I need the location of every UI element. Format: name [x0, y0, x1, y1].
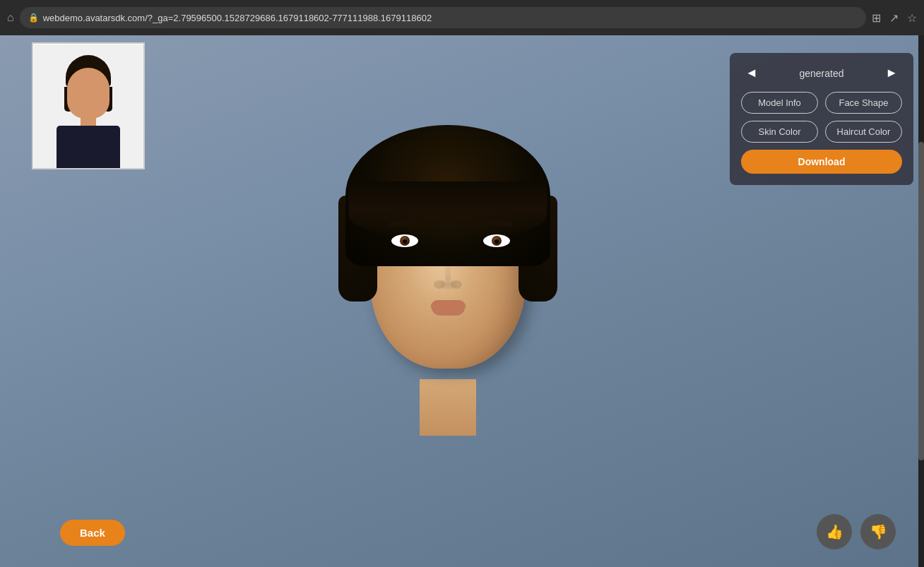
- lower-lip: [431, 306, 465, 316]
- bookmark-icon[interactable]: ☆: [907, 11, 917, 25]
- thumbs-down-icon: 👎: [870, 523, 887, 540]
- pupil-left: [403, 239, 407, 244]
- scrollbar-thumb[interactable]: [918, 142, 924, 461]
- thumbs-up-button[interactable]: 👍: [817, 514, 852, 549]
- control-card: ◄ generated ► Model Info Face Shape Skin…: [730, 53, 913, 185]
- eye-right: [483, 234, 510, 247]
- face-shape-button[interactable]: Face Shape: [825, 92, 902, 114]
- left-panel: Back: [0, 35, 177, 567]
- haircut-color-button[interactable]: Haircut Color: [825, 121, 902, 143]
- nav-label: generated: [799, 68, 843, 79]
- share-icon[interactable]: ↗: [889, 11, 899, 25]
- eye-white-left: [391, 234, 418, 247]
- nav-next-arrow[interactable]: ►: [881, 64, 902, 82]
- browser-chrome: ⌂ 🔒 webdemo.avatarsdk.com/?_ga=2.7959650…: [0, 0, 924, 35]
- scrollbar[interactable]: [918, 35, 924, 567]
- main-content: Back: [0, 35, 924, 567]
- photo-face-container: [34, 44, 143, 168]
- pupil-right: [494, 239, 499, 244]
- control-buttons-grid: Model Info Face Shape Skin Color Haircut…: [741, 92, 902, 143]
- lock-icon: 🔒: [28, 13, 39, 23]
- address-bar[interactable]: 🔒 webdemo.avatarsdk.com/?_ga=2.79596500.…: [20, 7, 866, 28]
- thumbs-up-icon: 👍: [826, 523, 843, 540]
- iris-left: [400, 236, 410, 246]
- center-panel: [177, 35, 719, 567]
- face-3d-container: [328, 125, 568, 478]
- translate-icon[interactable]: ⊞: [872, 11, 881, 25]
- right-panel: ◄ generated ► Model Info Face Shape Skin…: [719, 35, 924, 567]
- nose-right: [451, 280, 462, 289]
- neck-3d: [420, 379, 476, 436]
- url-text: webdemo.avatarsdk.com/?_ga=2.79596500.15…: [43, 13, 858, 23]
- skin-color-button[interactable]: Skin Color: [741, 121, 818, 143]
- eye-left: [391, 234, 418, 247]
- nose-3d: [437, 259, 458, 291]
- nose-left: [434, 280, 445, 289]
- person-head: [67, 68, 109, 119]
- thumbs-down-button[interactable]: 👎: [860, 514, 896, 549]
- back-button[interactable]: Back: [60, 520, 125, 546]
- person-body: [57, 126, 120, 168]
- nav-prev-arrow[interactable]: ◄: [741, 64, 762, 82]
- home-icon[interactable]: ⌂: [7, 11, 14, 24]
- hair-bang: [349, 181, 547, 238]
- avatar-3d: [300, 104, 596, 499]
- download-button[interactable]: Download: [741, 150, 902, 174]
- eye-white-right: [483, 234, 510, 247]
- control-nav: ◄ generated ►: [741, 64, 902, 82]
- browser-actions: ⊞ ↗ ☆: [872, 11, 917, 25]
- feedback-buttons: 👍 👎: [817, 514, 896, 549]
- model-info-button[interactable]: Model Info: [741, 92, 818, 114]
- mouth-3d: [429, 300, 468, 316]
- photo-thumbnail: [32, 42, 145, 169]
- nose-bridge: [445, 259, 451, 280]
- iris-right: [492, 236, 502, 246]
